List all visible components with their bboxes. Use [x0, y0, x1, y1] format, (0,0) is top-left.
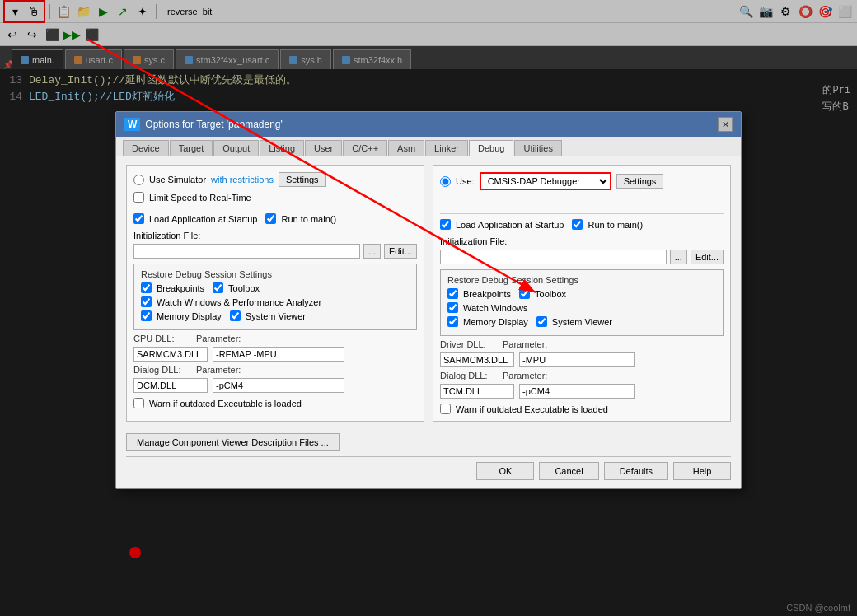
dialog-titlebar-left: W Options for Target 'paomadeng' [124, 118, 283, 131]
right-driver-dll-input[interactable] [440, 352, 514, 367]
help-button[interactable]: Help [673, 462, 731, 480]
left-cpu-param-label: Parameter: [196, 334, 250, 343]
toolbox-label: Toolbox [228, 283, 260, 293]
left-simulator-row: Use Simulator with restrictions Settings [133, 172, 417, 187]
left-bp-toolbox-row: Breakpoints Toolbox [141, 282, 410, 296]
watch-windows-checkbox[interactable] [141, 296, 152, 307]
sim-settings-btn[interactable]: Settings [279, 172, 326, 187]
right-debug-col: Use: CMSIS-DAP Debugger Settings Load Ap… [433, 165, 731, 422]
right-browse-btn[interactable]: ... [670, 250, 687, 264]
dialog-tab-linker[interactable]: Linker [425, 140, 468, 156]
dialog-tab-utilities[interactable]: Utilities [514, 140, 561, 156]
dialog-tabs: Device Target Output Listing User C/C++ … [116, 137, 741, 156]
dialog-tab-asm[interactable]: Asm [388, 140, 424, 156]
left-load-check: Load Application at Startup [133, 213, 257, 224]
defaults-button[interactable]: Defaults [604, 462, 668, 480]
system-viewer-label: System Viewer [246, 311, 306, 321]
dialog-tab-debug[interactable]: Debug [469, 140, 513, 156]
left-warn-label: Warn if outdated Executable is loaded [149, 399, 302, 408]
toolbox-checkbox[interactable] [213, 282, 223, 293]
memory-display-label: Memory Display [157, 311, 222, 321]
left-dialog-dll-values-row [133, 378, 417, 393]
debugger-select[interactable]: CMSIS-DAP Debugger [480, 172, 611, 190]
load-app-checkbox[interactable] [133, 213, 144, 224]
breakpoints-checkbox[interactable] [141, 282, 152, 293]
dbg-settings-btn[interactable]: Settings [616, 174, 664, 189]
ok-button[interactable]: OK [476, 462, 534, 480]
left-init-input[interactable] [133, 244, 360, 259]
right-driver-dll-label: Driver DLL: [440, 339, 498, 349]
simulator-label: Use Simulator [149, 175, 206, 184]
dialog-body: Use Simulator with restrictions Settings… [116, 156, 741, 430]
right-sysviewer-check: System Viewer [536, 316, 612, 327]
right-load-app-checkbox[interactable] [440, 219, 451, 230]
dialog-close-btn[interactable]: ✕ [718, 117, 733, 132]
left-warn-checkbox[interactable] [133, 398, 144, 408]
dialog-titlebar: W Options for Target 'paomadeng' ✕ [116, 112, 741, 137]
right-load-check: Load Application at Startup [440, 219, 564, 230]
run-to-main-label: Run to main() [281, 214, 336, 224]
right-load-run-row: Load Application at Startup Run to main(… [440, 219, 724, 233]
left-watch-check: Watch Windows & Performance Analyzer [141, 296, 410, 307]
cancel-button[interactable]: Cancel [539, 462, 598, 480]
left-edit-btn[interactable]: Edit... [384, 244, 417, 259]
left-dialog-dll-labels-row: Dialog DLL: Parameter: [133, 365, 417, 375]
right-restore-section: Restore Debug Session Settings Breakpoin… [440, 269, 724, 336]
dialog-overlay: W Options for Target 'paomadeng' ✕ Devic… [0, 0, 857, 616]
right-memory-display-checkbox[interactable] [447, 316, 458, 327]
right-warn-checkbox[interactable] [440, 404, 451, 414]
manage-btn[interactable]: Manage Component Viewer Description File… [126, 433, 340, 451]
left-restore-section: Restore Debug Session Settings Breakpoin… [133, 264, 417, 330]
run-to-main-checkbox[interactable] [265, 213, 276, 224]
dialog-bottom-buttons: OK Cancel Defaults Help [116, 457, 741, 488]
left-dialog-dll-label: Dialog DLL: [133, 365, 191, 375]
right-run-to-main-checkbox[interactable] [572, 219, 583, 230]
limit-speed-checkbox[interactable] [133, 192, 144, 203]
right-system-viewer-label: System Viewer [552, 317, 612, 327]
left-init-label: Initialization File: [133, 231, 417, 240]
dialog-tab-listing[interactable]: Listing [260, 140, 304, 156]
right-toolbox-checkbox[interactable] [519, 288, 530, 299]
right-toolbox-label: Toolbox [535, 289, 566, 299]
right-system-viewer-checkbox[interactable] [536, 316, 547, 327]
right-dialog-param-label: Parameter: [503, 371, 556, 380]
limit-speed-label: Limit Speed to Real-Time [149, 193, 251, 203]
right-init-label: Initialization File: [440, 236, 724, 246]
right-init-input[interactable] [440, 250, 667, 264]
left-dialog-dll-input[interactable] [133, 378, 208, 393]
simulator-radio[interactable] [133, 175, 144, 185]
right-init-row: ... Edit... [440, 250, 724, 264]
right-dialog-param-input[interactable] [519, 384, 635, 399]
right-memory-display-label: Memory Display [463, 317, 528, 327]
system-viewer-checkbox[interactable] [230, 310, 241, 321]
left-restore-legend: Restore Debug Session Settings [141, 269, 410, 279]
left-bp-check: Breakpoints [141, 282, 204, 293]
right-dialog-dll-input[interactable] [440, 384, 514, 399]
dialog-tab-user[interactable]: User [305, 140, 342, 156]
right-watch-windows-checkbox[interactable] [447, 302, 458, 313]
options-dialog: W Options for Target 'paomadeng' ✕ Devic… [115, 111, 742, 489]
dialog-tab-device[interactable]: Device [123, 140, 169, 156]
left-browse-btn[interactable]: ... [363, 244, 381, 259]
right-breakpoints-checkbox[interactable] [447, 288, 458, 299]
restrictions-link[interactable]: with restrictions [211, 175, 274, 184]
left-cpu-dll-input[interactable] [133, 347, 208, 362]
left-dialog-param-label: Parameter: [196, 365, 250, 375]
right-driver-param-label: Parameter: [503, 339, 556, 349]
right-edit-btn[interactable]: Edit... [691, 250, 724, 264]
right-run-to-main-label: Run to main() [588, 220, 643, 230]
dialog-tab-target[interactable]: Target [170, 140, 213, 156]
use-radio[interactable] [440, 176, 451, 187]
left-cpu-param-input[interactable] [213, 347, 344, 362]
left-dialog-param-input[interactable] [213, 378, 344, 393]
dialog-tab-cc[interactable]: C/C++ [343, 140, 387, 156]
left-memory-check: Memory Display [141, 310, 222, 321]
right-bp-check: Breakpoints [447, 288, 511, 299]
right-dialog-dll-label: Dialog DLL: [440, 371, 498, 380]
dialog-title: Options for Target 'paomadeng' [145, 119, 282, 130]
memory-display-checkbox[interactable] [141, 310, 152, 321]
dialog-tab-output[interactable]: Output [213, 140, 259, 156]
right-toolbox-check: Toolbox [519, 288, 566, 299]
right-watch-check: Watch Windows [447, 302, 716, 313]
right-driver-param-input[interactable] [519, 352, 635, 367]
